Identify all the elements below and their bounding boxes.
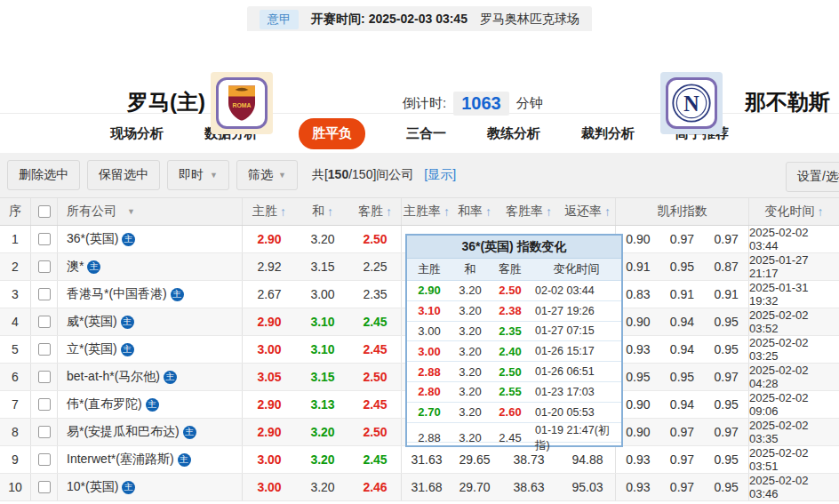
tab-1[interactable]: 现场分析 (110, 125, 164, 142)
popup-header: 主胜和客胜变化时间 (407, 259, 621, 281)
tab-6[interactable]: 裁判分析 (581, 125, 635, 142)
col-away-rate[interactable]: 客胜率↑ (498, 198, 560, 225)
popup-row: 2.903.202.5002-02 03:44 (407, 281, 621, 301)
company-cell[interactable]: 易*(安提瓜和巴布达)主 (58, 419, 243, 445)
count-prefix: 共[ (312, 167, 328, 181)
show-link[interactable]: [显示] (424, 167, 456, 183)
odds-draw: 3.15 (296, 253, 349, 280)
time-filter-select[interactable]: 即时 ▼ (167, 160, 229, 190)
odds-history-popup: 36*(英国) 指数变化 主胜和客胜变化时间 2.903.202.5002-02… (405, 234, 623, 447)
company-cell[interactable]: 威*(英国)主 (58, 308, 243, 335)
col-return-rate-label: 返还率 (564, 204, 602, 220)
svg-text:ROMA: ROMA (232, 102, 251, 108)
checkbox-cell (31, 446, 58, 473)
popup-home: 2.88 (407, 423, 451, 453)
kelly-value: 0.93 (616, 480, 660, 494)
roma-crest-icon: ROMA (216, 77, 268, 129)
popup-home: 3.00 (407, 341, 451, 361)
col-draw-odds[interactable]: 和↑ (296, 198, 349, 225)
popup-row: 3.103.202.3801-27 19:26 (407, 301, 621, 322)
col-return-rate[interactable]: 返还率↑ (560, 198, 616, 225)
sort-asc-icon[interactable]: ↑ (546, 204, 552, 219)
row-checkbox[interactable] (38, 316, 51, 328)
popup-time: 01-26 15:17 (531, 341, 621, 361)
keep-selected-button[interactable]: 保留选中 (87, 160, 160, 190)
popup-away: 2.45 (489, 423, 531, 453)
col-home-rate[interactable]: 主胜率↑ (402, 198, 451, 225)
row-checkbox[interactable] (38, 481, 51, 493)
company-name: bet-at-h*(马尔他) (67, 369, 160, 385)
row-checkbox[interactable] (38, 260, 51, 273)
row-checkbox[interactable] (38, 453, 51, 466)
sort-asc-icon[interactable]: ↑ (327, 204, 333, 219)
row-checkbox[interactable] (38, 288, 51, 300)
odds-draw: 3.20 (296, 474, 349, 500)
popup-col-1: 主胜 (407, 259, 451, 280)
row-checkbox[interactable] (38, 343, 51, 356)
company-name: 10*(英国) (67, 479, 118, 495)
away-rate: 38.63 (498, 474, 560, 500)
popup-title: 36*(英国) 指数变化 (407, 236, 621, 259)
row-checkbox[interactable] (38, 233, 51, 245)
col-home-odds[interactable]: 主胜↑ (243, 198, 296, 225)
tab-3[interactable]: 胜平负 (299, 118, 365, 149)
company-cell[interactable]: 澳*主 (58, 253, 243, 280)
odds-draw: 3.13 (296, 391, 349, 418)
popup-row: 2.883.202.4501-19 21:47(初指) (407, 423, 621, 444)
company-cell[interactable]: bet-at-h*(马尔他)主 (58, 364, 243, 390)
settings-button[interactable]: 设置/选择 (786, 162, 839, 192)
popup-home: 2.90 (407, 281, 451, 300)
company-cell[interactable]: 36*(英国)主 (58, 226, 243, 252)
odds-away: 2.45 (349, 336, 402, 363)
row-checkbox[interactable] (38, 371, 51, 383)
company-cell[interactable]: 伟*(直布罗陀)主 (58, 391, 243, 418)
filter-button[interactable]: 筛选 ▼ (236, 160, 298, 190)
sort-asc-icon[interactable]: ↑ (386, 204, 392, 219)
home-badge-icon: 主 (121, 316, 134, 329)
popup-away: 2.38 (489, 301, 531, 321)
popup-away: 2.40 (489, 341, 531, 361)
company-cell[interactable]: 10*(英国)主 (58, 474, 243, 500)
row-index: 6 (0, 364, 31, 390)
col-draw-rate[interactable]: 和率↑ (451, 198, 498, 225)
select-all-checkbox[interactable] (38, 205, 51, 218)
row-checkbox[interactable] (38, 398, 51, 411)
sort-asc-icon[interactable]: ↑ (280, 204, 286, 219)
match-info-strip: 意甲 开赛时间: 2025-02-03 03:45 罗马奥林匹克球场 (247, 6, 592, 33)
home-badge-icon: 主 (171, 288, 184, 301)
odds-away: 2.35 (349, 281, 402, 308)
sort-asc-icon[interactable]: ↑ (485, 204, 491, 219)
col-company[interactable]: 所有公司▼ (58, 198, 243, 225)
kelly-value: 0.97 (704, 425, 748, 439)
change-time: 2025-02-02 03:51 (749, 446, 839, 473)
col-change-time[interactable]: 变化时间↑ (749, 198, 839, 225)
sort-asc-icon[interactable]: ↑ (604, 204, 611, 219)
odds-home: 2.92 (243, 253, 296, 280)
company-name: Interwet*(塞浦路斯) (67, 452, 174, 468)
kelly-value: 0.97 (660, 425, 705, 439)
popup-away: 2.60 (489, 403, 531, 422)
countdown-unit: 分钟 (516, 95, 543, 112)
checkbox-cell (31, 281, 58, 308)
col-home-rate-label: 主胜率 (404, 204, 441, 220)
tab-4[interactable]: 三合一 (406, 125, 446, 142)
sort-asc-icon[interactable]: ↑ (443, 204, 450, 219)
row-index: 4 (0, 308, 31, 335)
kelly-value: 0.94 (660, 397, 705, 412)
kelly-value: 0.91 (704, 287, 748, 301)
company-name: 澳* (67, 259, 84, 275)
col-away-odds[interactable]: 客胜↑ (349, 198, 402, 225)
popup-row: 2.883.202.5001-26 06:51 (407, 362, 621, 382)
popup-time: 01-23 17:03 (531, 382, 621, 402)
sort-asc-icon[interactable]: ↑ (818, 204, 824, 219)
tab-5[interactable]: 教练分析 (487, 125, 540, 142)
odds-away: 2.45 (349, 391, 402, 418)
away-team-name: 那不勒斯 (745, 88, 830, 116)
company-cell[interactable]: 香港马*(中国香港)主 (58, 281, 243, 308)
company-cell[interactable]: 立*(英国)主 (58, 336, 243, 363)
odds-draw: 3.00 (296, 281, 349, 308)
col-index: 序 (0, 198, 31, 225)
delete-selected-button[interactable]: 删除选中 (7, 160, 80, 190)
company-cell[interactable]: Interwet*(塞浦路斯)主 (58, 446, 243, 473)
row-checkbox[interactable] (38, 426, 51, 438)
